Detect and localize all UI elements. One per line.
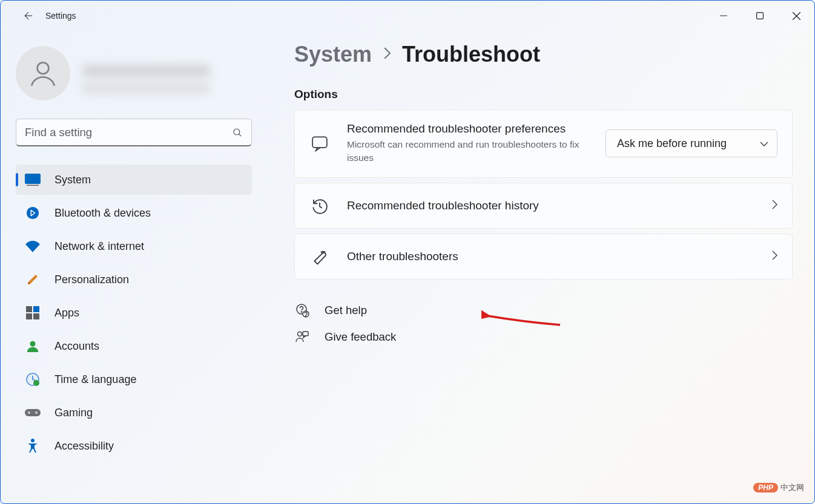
arrow-left-icon xyxy=(22,10,33,21)
sidebar-item-network[interactable]: Network & internet xyxy=(16,231,252,261)
dropdown-value: Ask me before running xyxy=(617,137,727,150)
card-title: Recommended troubleshooter history xyxy=(347,199,754,212)
breadcrumb: System Troubleshoot xyxy=(294,42,793,67)
svg-point-25 xyxy=(306,315,306,316)
wifi-icon xyxy=(24,238,41,255)
svg-point-4 xyxy=(38,62,49,74)
avatar xyxy=(16,46,70,100)
paintbrush-icon xyxy=(24,271,41,288)
chevron-down-icon xyxy=(760,137,768,150)
system-icon xyxy=(24,171,41,188)
svg-rect-27 xyxy=(303,332,308,336)
card-recommended-preferences: Recommended troubleshooter preferences M… xyxy=(294,110,793,178)
breadcrumb-parent[interactable]: System xyxy=(294,42,372,67)
svg-rect-7 xyxy=(25,174,41,184)
sidebar-item-label: Time & language xyxy=(54,373,136,386)
person-icon xyxy=(28,58,58,88)
svg-rect-21 xyxy=(312,137,327,148)
search-box[interactable] xyxy=(16,119,252,146)
sidebar-item-system[interactable]: System xyxy=(16,165,252,195)
sidebar-item-accounts[interactable]: Accounts xyxy=(16,331,252,361)
card-subtitle: Microsoft can recommend and run troubles… xyxy=(347,138,589,165)
accessibility-icon xyxy=(24,437,41,454)
sidebar-item-label: Apps xyxy=(54,307,79,319)
clock-globe-icon xyxy=(24,371,41,388)
sidebar-item-label: System xyxy=(54,174,91,186)
app-title: Settings xyxy=(45,11,76,21)
search-input[interactable] xyxy=(25,126,232,139)
chevron-right-icon xyxy=(771,200,777,212)
sidebar-item-label: Accessibility xyxy=(54,440,114,453)
chevron-right-icon xyxy=(771,250,777,263)
svg-line-6 xyxy=(239,134,241,136)
svg-rect-10 xyxy=(26,306,32,312)
chevron-right-icon xyxy=(383,46,391,63)
sidebar-item-time-language[interactable]: Time & language xyxy=(16,364,252,394)
watermark: PHP 中文网 xyxy=(753,482,804,493)
sidebar-item-label: Bluetooth & devices xyxy=(54,207,151,220)
accounts-icon xyxy=(24,338,41,355)
wrench-icon xyxy=(309,246,330,267)
titlebar: Settings xyxy=(1,1,814,31)
svg-point-14 xyxy=(30,341,35,347)
apps-icon xyxy=(24,304,41,321)
card-troubleshooter-history[interactable]: Recommended troubleshooter history xyxy=(294,183,793,229)
maximize-icon xyxy=(756,12,764,19)
card-title: Other troubleshooters xyxy=(347,250,754,263)
sidebar-item-accessibility[interactable]: Accessibility xyxy=(16,431,252,461)
svg-point-19 xyxy=(35,411,38,414)
svg-rect-8 xyxy=(27,185,39,186)
give-feedback-link[interactable]: Give feedback xyxy=(294,329,793,345)
maximize-button[interactable] xyxy=(742,1,778,30)
preferences-dropdown[interactable]: Ask me before running xyxy=(605,129,777,157)
svg-rect-13 xyxy=(33,313,39,319)
search-icon xyxy=(232,127,243,138)
user-info-redacted xyxy=(82,54,210,93)
help-icon xyxy=(294,303,310,318)
close-button[interactable] xyxy=(778,1,814,30)
svg-rect-11 xyxy=(33,306,39,312)
watermark-brand: PHP xyxy=(753,483,778,493)
section-options-label: Options xyxy=(294,88,793,101)
user-profile[interactable] xyxy=(16,46,252,100)
svg-point-26 xyxy=(298,332,302,336)
svg-rect-17 xyxy=(25,409,41,416)
svg-point-23 xyxy=(301,312,302,312)
svg-point-16 xyxy=(33,380,39,386)
gamepad-icon xyxy=(24,404,41,421)
footer-links: Get help Give feedback xyxy=(294,303,793,345)
back-button[interactable] xyxy=(15,4,39,28)
bluetooth-icon xyxy=(24,205,41,221)
get-help-link[interactable]: Get help xyxy=(294,303,793,318)
watermark-text: 中文网 xyxy=(780,482,804,493)
sidebar-item-personalization[interactable]: Personalization xyxy=(16,264,252,295)
sidebar-item-label: Gaming xyxy=(54,407,93,419)
minimize-button[interactable] xyxy=(705,1,742,30)
svg-point-18 xyxy=(28,411,30,414)
sidebar-item-bluetooth[interactable]: Bluetooth & devices xyxy=(16,198,252,228)
chat-icon xyxy=(309,133,330,154)
svg-rect-1 xyxy=(757,13,764,19)
sidebar-item-gaming[interactable]: Gaming xyxy=(16,398,252,428)
sidebar-item-label: Personalization xyxy=(54,273,129,286)
card-title: Recommended troubleshooter preferences xyxy=(347,122,589,136)
history-icon xyxy=(309,195,330,216)
page-title: Troubleshoot xyxy=(402,42,540,67)
sidebar-item-apps[interactable]: Apps xyxy=(16,298,252,328)
svg-point-20 xyxy=(31,439,35,442)
main-panel: System Troubleshoot Options Recommended … xyxy=(264,31,814,503)
link-label: Get help xyxy=(325,304,367,317)
feedback-icon xyxy=(294,329,310,345)
card-other-troubleshooters[interactable]: Other troubleshooters xyxy=(294,234,793,280)
svg-point-5 xyxy=(234,129,240,135)
sidebar-item-label: Network & internet xyxy=(54,240,144,253)
minimize-icon xyxy=(720,12,727,19)
link-label: Give feedback xyxy=(325,330,396,344)
window-controls xyxy=(705,1,814,30)
sidebar-item-label: Accounts xyxy=(54,340,99,353)
nav-list: System Bluetooth & devices Network & int… xyxy=(16,165,252,461)
svg-point-9 xyxy=(27,207,39,219)
close-icon xyxy=(793,12,800,20)
sidebar: System Bluetooth & devices Network & int… xyxy=(1,31,264,503)
svg-rect-12 xyxy=(26,313,32,319)
